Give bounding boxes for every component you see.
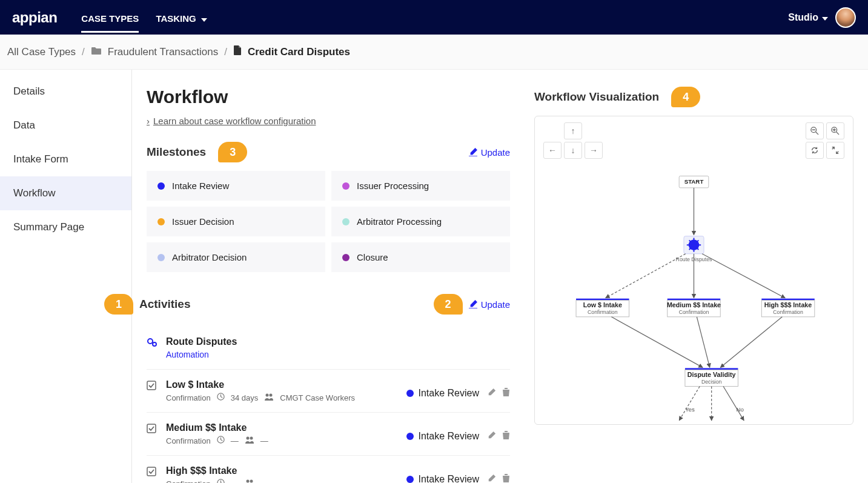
edit-icon[interactable]: [488, 431, 496, 442]
tab-case-types[interactable]: CASE TYPES: [81, 2, 139, 33]
svg-text:High $$$ Intake: High $$$ Intake: [764, 301, 812, 308]
svg-line-15: [816, 132, 818, 135]
callout-4: 4: [671, 87, 700, 107]
breadcrumb-root[interactable]: All Case Types: [7, 46, 76, 58]
sidebar-item-summary[interactable]: Summary Page: [0, 210, 131, 244]
delete-icon[interactable]: [502, 431, 510, 442]
svg-rect-10: [147, 467, 156, 476]
zoom-in-button[interactable]: [826, 122, 844, 139]
learn-link[interactable]: › Learn about case workflow configuratio…: [147, 116, 316, 126]
pan-up-button[interactable]: ↑: [564, 122, 582, 139]
sidebar-item-intake-form[interactable]: Intake Form: [0, 142, 131, 176]
edit-icon[interactable]: [488, 474, 496, 483]
sidebar-item-workflow[interactable]: Workflow: [0, 176, 131, 210]
activity-milestone: Intake Review: [406, 465, 480, 483]
zoom-out-button[interactable]: [806, 122, 824, 139]
activity-milestone: Intake Review: [406, 379, 480, 399]
left-column: Workflow › Learn about case workflow con…: [147, 87, 510, 483]
breadcrumb-separator: /: [224, 46, 227, 58]
chevron-right-icon: ›: [147, 116, 150, 126]
sidebar-item-details[interactable]: Details: [0, 75, 131, 108]
activity-duration: 34 days: [231, 393, 259, 402]
svg-point-4: [266, 394, 269, 397]
svg-point-5: [270, 394, 273, 397]
app-header: appian CASE TYPES TASKING Studio: [0, 0, 868, 35]
clock-icon: [217, 436, 225, 445]
svg-rect-2: [147, 381, 156, 390]
check-square-icon: [147, 467, 157, 479]
workflow-diagram: START Route Disputes Low: [535, 116, 853, 424]
header-right: Studio: [788, 7, 856, 28]
main-layout: Details Data Intake Form Workflow Summar…: [0, 70, 868, 483]
activity-title: Low $ Intake: [166, 379, 398, 390]
milestone-arbitrator-processing: Arbitrator Processing: [331, 207, 510, 236]
logo: appian: [12, 9, 57, 26]
tab-tasking[interactable]: TASKING: [156, 2, 207, 33]
visualization-canvas[interactable]: ↑ ← ↓ →: [534, 116, 853, 425]
activity-subtype: Confirmation: [166, 479, 211, 484]
pan-right-button[interactable]: →: [585, 142, 603, 159]
milestones-update-label: Update: [481, 147, 510, 158]
milestones-grid: Intake Review Issuer Processing Issuer D…: [147, 171, 510, 272]
milestone-dot: [342, 182, 350, 190]
milestone-issuer-decision: Issuer Decision: [147, 207, 325, 236]
callout-3: 3: [218, 142, 247, 162]
activity-duration: —: [231, 436, 239, 445]
milestones-title: Milestones: [147, 145, 206, 159]
activity-low-intake: Low $ Intake Confirmation 34 days CMGT C…: [147, 370, 510, 413]
activity-milestone-label: Intake Review: [419, 388, 480, 399]
svg-text:Medium $$ Intake: Medium $$ Intake: [667, 301, 721, 308]
tab-tasking-label: TASKING: [156, 13, 196, 24]
svg-text:Confirmation: Confirmation: [773, 309, 803, 315]
milestones-update-link[interactable]: Update: [469, 147, 510, 158]
clock-icon: [217, 393, 225, 402]
activity-milestone-label: Intake Review: [419, 431, 480, 442]
pan-down-button[interactable]: ↓: [564, 142, 582, 159]
activity-subtype: Automation: [166, 350, 510, 359]
users-icon: [245, 436, 254, 445]
activity-assignee: CMGT Case Workers: [280, 393, 355, 402]
svg-point-13: [250, 480, 253, 483]
activities-header: 1 Activities 2 Update: [147, 294, 510, 315]
delete-icon[interactable]: [502, 388, 510, 399]
pan-left-button[interactable]: ←: [543, 142, 562, 159]
svg-text:Dispute Validity: Dispute Validity: [687, 371, 736, 378]
activity-medium-intake: Medium $$ Intake Confirmation — — Intake…: [147, 413, 510, 456]
activity-high-intake: High $$$ Intake Confirmation — — Intake …: [147, 456, 510, 483]
svg-text:Confirmation: Confirmation: [588, 309, 618, 315]
content: Workflow › Learn about case workflow con…: [132, 70, 868, 483]
svg-line-18: [837, 132, 839, 135]
breadcrumb-current: Credit Card Disputes: [248, 46, 350, 58]
breadcrumb-folder[interactable]: Fraudulent Transactions: [108, 46, 218, 58]
svg-line-43: [697, 317, 709, 368]
sidebar: Details Data Intake Form Workflow Summar…: [0, 70, 132, 483]
svg-point-0: [148, 339, 153, 344]
activity-title: High $$$ Intake: [166, 465, 398, 476]
users-icon: [264, 393, 274, 402]
milestone-label: Closure: [357, 252, 388, 262]
edit-icon: [469, 300, 477, 308]
svg-line-44: [720, 317, 782, 368]
studio-dropdown[interactable]: Studio: [788, 12, 828, 23]
sidebar-item-data[interactable]: Data: [0, 108, 131, 142]
svg-line-29: [702, 254, 785, 298]
milestone-dot: [157, 182, 165, 190]
check-square-icon: [147, 381, 157, 393]
refresh-button[interactable]: [806, 142, 824, 159]
delete-icon[interactable]: [502, 474, 510, 483]
users-icon: [245, 479, 254, 483]
milestone-label: Issuer Decision: [172, 216, 234, 227]
milestone-label: Intake Review: [172, 181, 229, 191]
svg-point-12: [246, 480, 249, 483]
avatar[interactable]: [835, 7, 856, 28]
collapse-button[interactable]: [826, 142, 844, 159]
milestone-dot: [157, 218, 165, 225]
milestone-intake-review: Intake Review: [147, 171, 325, 201]
activities-update-link[interactable]: Update: [469, 299, 510, 310]
learn-link-text: Learn about case workflow configuration: [153, 116, 316, 126]
clock-icon: [217, 479, 225, 483]
svg-line-42: [611, 317, 703, 368]
edit-icon[interactable]: [488, 388, 496, 399]
milestone-dot: [406, 476, 414, 483]
visualization-title: Workflow Visualization: [534, 90, 659, 104]
